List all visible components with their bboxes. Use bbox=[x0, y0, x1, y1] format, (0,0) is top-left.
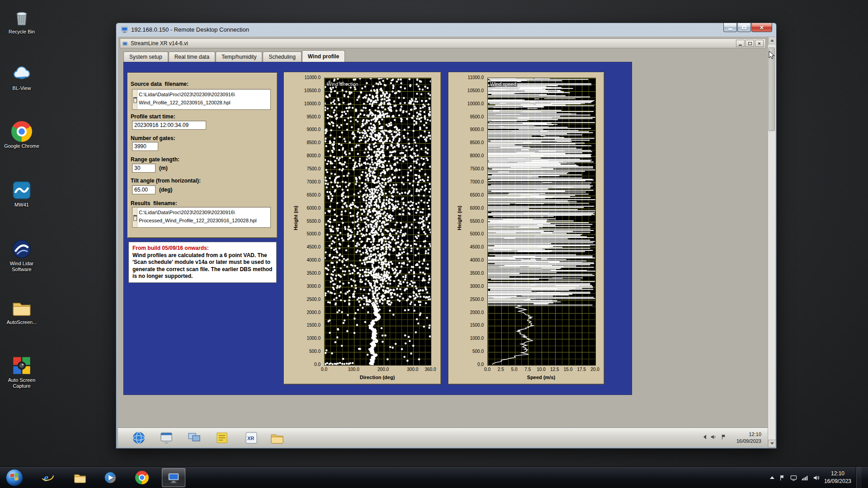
action-center-flag-icon[interactable] bbox=[779, 474, 786, 481]
app-close-button[interactable]: × bbox=[755, 40, 764, 47]
source-filename-field[interactable]: C:\Lidar\Data\Proc\2023\202309\20230916\… bbox=[132, 89, 271, 110]
y-tick-label: 9500.0 bbox=[284, 115, 321, 119]
volume-icon[interactable] bbox=[710, 434, 717, 440]
desktop-icon-label: AutoScreen... bbox=[2, 319, 42, 325]
remote-session: StreamLine XR v14-6.vi × System setup Re… bbox=[118, 37, 768, 447]
y-tick-label: 2500.0 bbox=[448, 297, 484, 302]
cloud-icon bbox=[11, 63, 32, 84]
desktop-icon-auto-screen-capture[interactable]: Auto Screen Capture bbox=[2, 355, 42, 389]
session-taskbar: XR 12:10 16/09/2023 bbox=[118, 427, 768, 447]
range-gate-unit-label: (m) bbox=[159, 165, 168, 171]
flag-icon[interactable] bbox=[721, 434, 727, 440]
close-icon: × bbox=[758, 41, 760, 46]
close-button[interactable]: × bbox=[751, 23, 772, 32]
number-of-gates-field[interactable]: 3990 bbox=[132, 142, 158, 151]
profile-start-time-field[interactable]: 20230916 12:00:34.09 bbox=[132, 121, 206, 130]
display-icon[interactable] bbox=[790, 474, 797, 481]
y-tick-label: 8500.0 bbox=[448, 141, 484, 145]
x-tick-label: 12.5 bbox=[550, 367, 559, 372]
x-tick-label: 100.0 bbox=[348, 367, 359, 372]
rdp-title-bar[interactable]: 192.168.0.150 - Remote Desktop Connectio… bbox=[116, 23, 776, 37]
session-tray bbox=[703, 434, 727, 440]
desktop-icon-recycle-bin[interactable]: Recycle Bin bbox=[2, 7, 42, 35]
wind-lidar-icon bbox=[11, 239, 32, 259]
session-taskbar-computers[interactable] bbox=[187, 431, 202, 445]
source-filename-label: Source data filename: bbox=[131, 81, 189, 87]
y-axis-ticks: 0.0500.01000.01500.02000.02500.03000.035… bbox=[448, 78, 486, 365]
wind-direction-plot bbox=[324, 78, 431, 366]
minimize-button[interactable] bbox=[723, 23, 737, 32]
desktop-icon-wind-lidar[interactable]: Wind Lidar Software bbox=[2, 239, 42, 272]
tray-expand-icon[interactable] bbox=[703, 435, 706, 439]
network-icon[interactable] bbox=[802, 474, 808, 481]
taskbar-time: 12:10 bbox=[824, 470, 851, 478]
y-tick-label: 3000.0 bbox=[448, 284, 484, 289]
tilt-angle-field[interactable]: 65.00 bbox=[132, 185, 156, 194]
taskbar-remote-desktop[interactable] bbox=[162, 468, 185, 487]
y-tick-label: 7000.0 bbox=[448, 180, 484, 184]
y-tick-label: 5500.0 bbox=[284, 219, 321, 224]
session-taskbar-streamline[interactable]: XR bbox=[244, 431, 259, 445]
desktop-icon-bl-view[interactable]: BL-View bbox=[2, 63, 42, 91]
x-tick-label: 20.0 bbox=[590, 367, 599, 372]
session-taskbar-notes[interactable] bbox=[215, 431, 229, 445]
tab-strip: System setup Real time data Temp/humidit… bbox=[123, 50, 345, 62]
app-maximize-button[interactable] bbox=[745, 40, 754, 47]
tray-expand-icon[interactable] bbox=[770, 476, 774, 479]
desktop-icon-google-chrome[interactable]: Google Chrome bbox=[2, 121, 42, 149]
session-clock[interactable]: 12:10 16/09/2023 bbox=[736, 431, 761, 445]
desktop-icon-label: MW41 bbox=[2, 202, 42, 208]
rdp-vertical-scrollbar[interactable] bbox=[768, 37, 775, 447]
rdp-client-area: StreamLine XR v14-6.vi × System setup Re… bbox=[118, 37, 775, 447]
x-axis-title: Direction (deg) bbox=[324, 375, 430, 380]
results-path-line1: C:\Lidar\Data\Proc\2023\202309\20230916\ bbox=[139, 209, 257, 217]
y-tick-label: 10500.0 bbox=[448, 89, 484, 93]
taskbar-explorer[interactable] bbox=[70, 468, 90, 488]
x-tick-label: 15.0 bbox=[564, 367, 572, 372]
x-tick-label: 2.5 bbox=[498, 367, 504, 372]
session-taskbar-app[interactable] bbox=[159, 431, 174, 445]
results-filename-field[interactable]: C:\Lidar\Data\Proc\2023\202309\20230916\… bbox=[132, 207, 271, 228]
session-taskbar-browser[interactable] bbox=[132, 431, 146, 445]
volume-icon[interactable] bbox=[813, 474, 820, 481]
session-taskbar-folder[interactable] bbox=[270, 431, 284, 445]
taskbar-media-player[interactable] bbox=[100, 468, 120, 488]
profile-start-time-label: Profile start time: bbox=[131, 113, 175, 120]
range-gate-length-field[interactable]: 30 bbox=[132, 164, 156, 173]
start-button[interactable] bbox=[5, 469, 24, 487]
svg-text:e: e bbox=[44, 472, 48, 483]
tab-temp-humidity[interactable]: Temp/humidity bbox=[216, 52, 262, 62]
scroll-up-button[interactable] bbox=[768, 37, 775, 44]
desktop-icon-autoscreen[interactable]: AutoScreen... bbox=[2, 297, 42, 325]
taskbar-clock[interactable]: 12:10 16/09/2023 bbox=[824, 470, 851, 486]
mouse-cursor bbox=[768, 51, 777, 60]
tilt-angle-label: Tilt angle (from horizontal): bbox=[131, 178, 201, 184]
x-tick-label: 5.0 bbox=[511, 367, 518, 372]
tab-scheduling[interactable]: Scheduling bbox=[263, 52, 301, 62]
show-desktop-button[interactable] bbox=[856, 467, 862, 488]
y-tick-label: 3500.0 bbox=[284, 271, 321, 276]
y-tick-label: 1500.0 bbox=[284, 323, 321, 328]
maximize-button[interactable] bbox=[737, 23, 751, 32]
y-tick-label: 6500.0 bbox=[284, 193, 321, 197]
screen-capture-icon bbox=[11, 355, 32, 376]
results-filename-label: Results filename: bbox=[131, 200, 177, 206]
app-minimize-button[interactable] bbox=[736, 40, 745, 47]
scrollbar-thumb[interactable] bbox=[769, 47, 775, 131]
tab-real-time-data[interactable]: Real time data bbox=[169, 52, 215, 62]
taskbar-chrome[interactable] bbox=[132, 468, 152, 488]
minimize-icon bbox=[739, 45, 742, 46]
x-tick-label: 7.5 bbox=[524, 367, 531, 372]
tab-wind-profile[interactable]: Wind profile bbox=[302, 50, 345, 62]
notice-body: Wind profiles are calculated from a 6 po… bbox=[132, 252, 273, 280]
tab-system-setup[interactable]: System setup bbox=[123, 52, 168, 62]
app-title-bar[interactable]: StreamLine XR v14-6.vi × bbox=[120, 38, 766, 48]
desktop-icon-mw41[interactable]: MW41 bbox=[2, 180, 42, 208]
range-gate-length-label: Range gate length: bbox=[131, 156, 179, 163]
y-tick-label: 7500.0 bbox=[448, 167, 484, 171]
x-axis-ticks: 0.0100.0200.0300.0360.0 bbox=[324, 367, 430, 373]
scroll-down-button[interactable] bbox=[768, 440, 775, 447]
y-tick-label: 5000.0 bbox=[448, 232, 484, 236]
taskbar-internet-explorer[interactable]: e bbox=[38, 468, 58, 488]
wind-direction-graph: Height (m) 0.0500.01000.01500.02000.0250… bbox=[283, 72, 441, 385]
